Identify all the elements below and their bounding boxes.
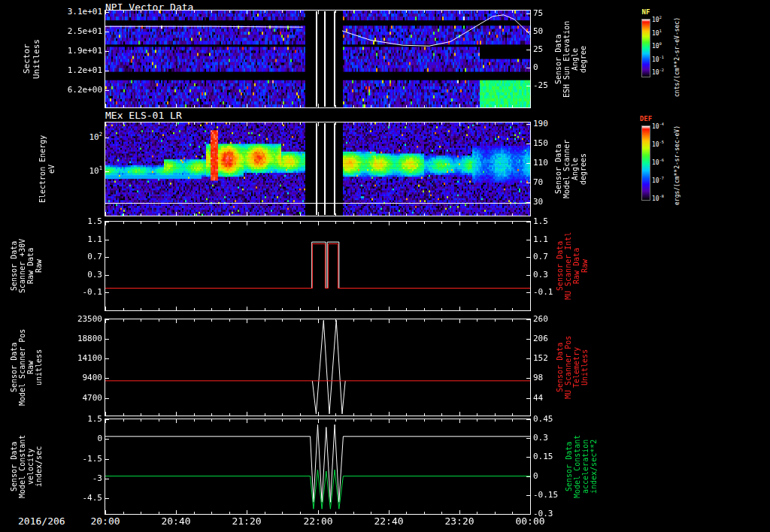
x-minor-tick	[159, 11, 159, 13]
y-tick-mark-right	[526, 163, 530, 164]
x-minor-tick	[371, 11, 371, 13]
x-minor-tick	[441, 222, 442, 224]
right-axis-label: index/sec**2	[590, 419, 599, 514]
x-minor-tick	[194, 413, 195, 416]
x-minor-tick	[229, 419, 230, 422]
y-tick-mark-right	[526, 202, 530, 203]
x-minor-tick	[353, 105, 354, 107]
y-tick-mark-left	[105, 32, 109, 32]
x-minor-tick	[229, 222, 230, 224]
x-minor-tick	[477, 308, 477, 310]
x-minor-tick	[159, 213, 159, 216]
x-major-tick	[247, 412, 247, 416]
x-minor-tick	[353, 319, 354, 322]
x-minor-tick	[300, 105, 301, 107]
colorbar-units-def: ergs/(cm**2-sr-sec-eV)	[675, 114, 684, 216]
x-minor-tick	[406, 319, 407, 322]
x-minor-tick	[159, 319, 159, 322]
x-major-tick	[459, 11, 460, 14]
x-tick-label: 00:00	[506, 516, 554, 526]
x-minor-tick	[477, 213, 477, 216]
x-minor-tick	[123, 308, 124, 310]
x-minor-tick	[335, 319, 336, 322]
x-minor-tick	[441, 413, 442, 416]
x-minor-tick	[477, 319, 477, 322]
x-minor-tick	[371, 222, 371, 224]
x-minor-tick	[229, 512, 230, 514]
x-major-tick	[247, 104, 247, 107]
y-tick-label-right: -0.15	[533, 491, 568, 499]
x-minor-tick	[477, 122, 477, 125]
x-minor-tick	[477, 419, 477, 422]
x-minor-tick	[441, 419, 442, 422]
x-minor-tick	[141, 222, 141, 224]
x-minor-tick	[477, 222, 477, 224]
x-minor-tick	[495, 319, 496, 322]
right-axis-label: degrees	[580, 122, 588, 216]
x-minor-tick	[424, 512, 425, 514]
x-tick-label: 21:20	[223, 516, 271, 526]
x-major-tick	[176, 104, 177, 107]
y-tick-mark-right	[526, 358, 530, 359]
x-minor-tick	[371, 419, 371, 422]
x-major-tick	[530, 412, 531, 416]
x-major-tick	[530, 122, 531, 126]
x-major-tick	[318, 222, 319, 225]
x-minor-tick	[141, 11, 141, 13]
x-minor-tick	[406, 222, 407, 224]
x-major-tick	[105, 104, 106, 107]
x-minor-tick	[141, 419, 141, 422]
x-minor-tick	[424, 222, 425, 224]
x-major-tick	[318, 307, 319, 310]
x-minor-tick	[371, 512, 371, 514]
series-sun-elevation-angle	[105, 26, 303, 27]
right-axis-label: degree	[580, 11, 588, 107]
colorbar-def	[641, 125, 650, 201]
y-tick-mark-left	[105, 71, 109, 71]
x-major-tick	[247, 212, 247, 216]
y-tick-mark-right	[526, 50, 530, 50]
x-major-tick	[318, 510, 319, 514]
x-minor-tick	[159, 512, 159, 514]
x-minor-tick	[353, 11, 354, 13]
x-minor-tick	[300, 319, 301, 322]
x-minor-tick	[282, 122, 283, 125]
left-axis-label: unitless	[35, 319, 44, 416]
x-major-tick	[459, 419, 460, 423]
y-tick-mark-left	[105, 339, 109, 340]
x-minor-tick	[282, 222, 283, 224]
x-minor-tick	[495, 512, 496, 514]
y-tick-mark-left	[105, 275, 109, 276]
x-minor-tick	[406, 122, 407, 125]
x-major-tick	[105, 510, 106, 514]
x-minor-tick	[406, 308, 407, 310]
x-major-tick	[389, 510, 390, 514]
x-minor-tick	[512, 122, 513, 125]
y-tick-mark-left	[105, 358, 109, 359]
x-minor-tick	[353, 512, 354, 514]
scanner-pos-line-plot	[105, 319, 530, 416]
x-minor-tick	[229, 122, 230, 125]
x-minor-tick	[141, 122, 141, 125]
series-sun-elevation-angle	[342, 15, 530, 46]
x-minor-tick	[282, 319, 283, 322]
x-minor-tick	[371, 213, 371, 216]
x-major-tick	[530, 11, 531, 14]
y-tick-mark-left	[105, 257, 109, 258]
y-tick-mark-left	[105, 171, 109, 172]
y-tick-mark-left	[105, 398, 109, 399]
x-major-tick	[176, 212, 177, 216]
x-minor-tick	[424, 319, 425, 322]
x-minor-tick	[371, 105, 371, 107]
x-minor-tick	[371, 308, 371, 310]
x-major-tick	[530, 307, 531, 310]
x-major-tick	[530, 510, 531, 514]
x-minor-tick	[194, 122, 195, 125]
y-tick-mark-left	[105, 479, 109, 479]
y-tick-mark-right	[526, 419, 530, 420]
x-major-tick	[176, 122, 177, 126]
x-minor-tick	[229, 11, 230, 13]
x-major-tick	[105, 412, 106, 416]
x-minor-tick	[353, 213, 354, 216]
x-minor-tick	[371, 319, 371, 322]
